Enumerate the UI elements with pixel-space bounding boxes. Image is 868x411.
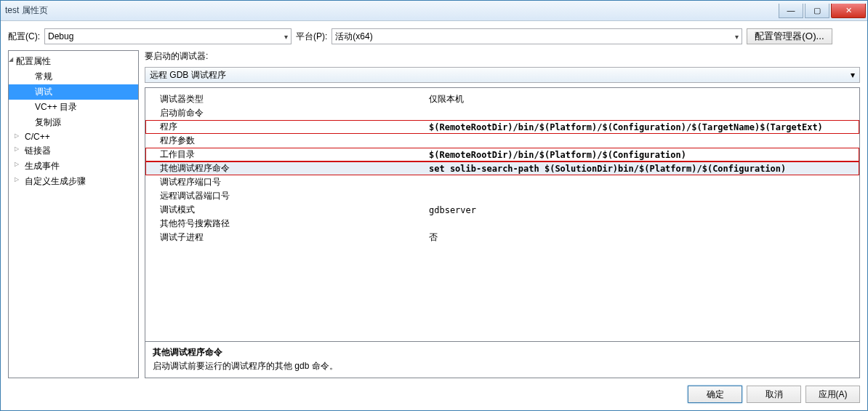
tree-item[interactable]: 复制源 [9, 115, 138, 130]
property-row[interactable]: 远程调试器端口号 [145, 189, 859, 203]
minimize-button[interactable]: — [779, 4, 803, 18]
tree[interactable]: 配置属性 常规调试VC++ 目录复制源C/C++链接器生成事件自定义生成步骤 [8, 50, 139, 378]
property-row[interactable]: 程序$(RemoteRootDir)/bin/$(Platform)/$(Con… [145, 120, 859, 134]
property-row[interactable]: 其他调试程序命令set solib-search-path $(Solution… [145, 161, 859, 175]
property-row[interactable]: 调试程序端口号 [145, 175, 859, 189]
property-key: 调试子进程 [145, 231, 429, 244]
tree-item[interactable]: 链接器 [9, 143, 138, 159]
property-row[interactable]: 工作目录$(RemoteRootDir)/bin/$(Platform)/$(C… [145, 148, 859, 161]
property-key: 程序 [145, 121, 429, 133]
tree-item[interactable]: 生成事件 [9, 159, 138, 174]
property-row[interactable]: 调试子进程否 [145, 231, 859, 244]
close-button[interactable]: ✕ [831, 4, 866, 18]
content: 配置(C): Debug ▾ 平台(P): 活动(x64) ▾ 配置管理器(O)… [1, 21, 867, 410]
tree-item[interactable]: 常规 [9, 69, 138, 84]
tree-item[interactable]: VC++ 目录 [9, 100, 138, 115]
description-panel: 其他调试程序命令 启动调试前要运行的调试程序的其他 gdb 命令。 [145, 341, 859, 378]
debugger-select[interactable]: 远程 GDB 调试程序 ▾ [145, 67, 860, 83]
property-value[interactable]: set solib-search-path $(SolutionDir)bin/… [429, 164, 859, 174]
right-panel: 要启动的调试器: 远程 GDB 调试程序 ▾ 调试器类型仅限本机启动前命令程序$… [145, 50, 860, 378]
property-key: 调试程序端口号 [145, 176, 429, 188]
titlebar: test 属性页 — ▢ ✕ [1, 1, 867, 21]
launch-label: 要启动的调试器: [145, 50, 860, 63]
description-title: 其他调试程序命令 [153, 346, 852, 359]
debugger-value: 远程 GDB 调试程序 [150, 69, 226, 81]
property-key: 程序参数 [145, 135, 429, 147]
footer: 确定 取消 应用(A) [8, 383, 860, 403]
chevron-down-icon: ▾ [284, 33, 288, 41]
property-key: 启动前命令 [145, 107, 429, 119]
property-key: 工作目录 [145, 148, 429, 161]
property-key: 调试模式 [145, 204, 429, 216]
property-value[interactable]: 仅限本机 [429, 93, 859, 105]
window-title: test 属性页 [5, 4, 48, 17]
property-key: 调试器类型 [145, 93, 429, 105]
property-value[interactable]: 否 [429, 231, 859, 244]
apply-button[interactable]: 应用(A) [805, 386, 860, 403]
maximize-button[interactable]: ▢ [805, 4, 829, 18]
property-row[interactable]: 其他符号搜索路径 [145, 217, 859, 231]
platform-value: 活动(x64) [335, 31, 372, 43]
window-buttons: — ▢ ✕ [779, 4, 867, 18]
property-value[interactable]: $(RemoteRootDir)/bin/$(Platform)/$(Confi… [429, 122, 859, 132]
config-select[interactable]: Debug ▾ [44, 28, 292, 44]
property-row[interactable]: 启动前命令 [145, 106, 859, 120]
chevron-down-icon: ▾ [851, 70, 855, 80]
tree-root[interactable]: 配置属性 [9, 54, 138, 69]
property-key: 其他调试程序命令 [145, 162, 429, 175]
main-row: 配置属性 常规调试VC++ 目录复制源C/C++链接器生成事件自定义生成步骤 要… [8, 50, 860, 378]
config-manager-button[interactable]: 配置管理器(O)... [747, 28, 832, 44]
config-row: 配置(C): Debug ▾ 平台(P): 活动(x64) ▾ 配置管理器(O)… [8, 27, 860, 46]
chevron-down-icon: ▾ [735, 33, 739, 41]
tree-item[interactable]: 调试 [9, 84, 138, 100]
dialog-window: test 属性页 — ▢ ✕ 配置(C): Debug ▾ 平台(P): 活动(… [0, 0, 868, 411]
tree-item[interactable]: C/C++ [9, 130, 138, 143]
property-key: 其他符号搜索路径 [145, 218, 429, 230]
config-value: Debug [48, 31, 73, 41]
property-row[interactable]: 调试模式gdbserver [145, 203, 859, 217]
property-row[interactable]: 程序参数 [145, 134, 859, 148]
property-key: 远程调试器端口号 [145, 190, 429, 202]
ok-button[interactable]: 确定 [688, 386, 742, 403]
platform-label: 平台(P): [296, 31, 327, 43]
property-grid: 调试器类型仅限本机启动前命令程序$(RemoteRootDir)/bin/$(P… [145, 87, 860, 378]
tree-item[interactable]: 自定义生成步骤 [9, 174, 138, 189]
config-label: 配置(C): [8, 31, 40, 43]
property-value[interactable]: gdbserver [429, 205, 859, 215]
property-row[interactable]: 调试器类型仅限本机 [145, 92, 859, 106]
platform-select[interactable]: 活动(x64) ▾ [331, 28, 742, 44]
property-value[interactable]: $(RemoteRootDir)/bin/$(Platform)/$(Confi… [429, 150, 859, 160]
cancel-button[interactable]: 取消 [747, 386, 801, 403]
description-body: 启动调试前要运行的调试程序的其他 gdb 命令。 [153, 360, 852, 372]
